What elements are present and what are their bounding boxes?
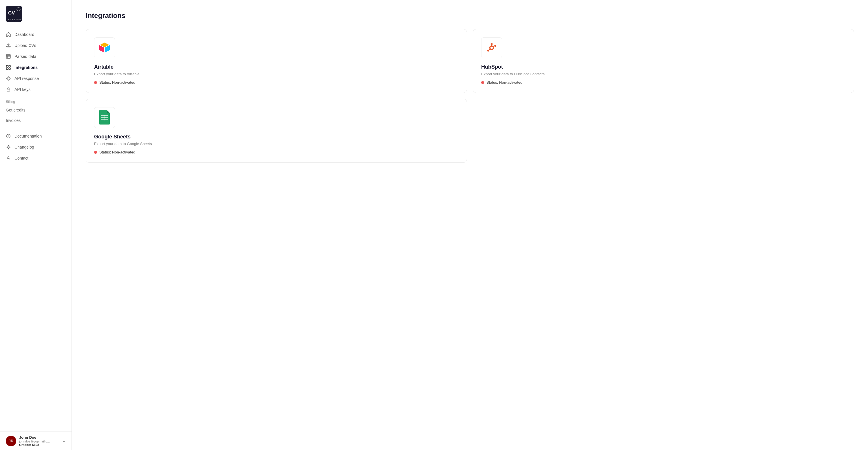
sparkle-icon <box>6 145 11 150</box>
svg-line-25 <box>488 49 490 51</box>
sidebar-item-get-credits[interactable]: Get credits <box>0 105 71 115</box>
sidebar-item-parsed-data[interactable]: Parsed data <box>0 51 71 62</box>
svg-rect-29 <box>104 115 105 120</box>
airtable-status: Status: Non-activated <box>94 80 459 85</box>
sidebar-item-integrations[interactable]: Integrations <box>0 62 71 73</box>
home-icon <box>6 32 11 37</box>
airtable-status-dot <box>94 81 97 84</box>
user-name: John Doe <box>19 435 59 440</box>
upload-icon <box>6 43 11 48</box>
lock-icon <box>6 87 11 92</box>
svg-point-13 <box>8 137 9 137</box>
hubspot-status-dot <box>481 81 484 84</box>
sheets-status: Status: Non-activated <box>94 150 459 154</box>
sidebar-item-api-response[interactable]: API response <box>0 73 71 84</box>
sidebar-item-dashboard[interactable]: Dashboard <box>0 29 71 40</box>
user-credits: Credits: 5198 <box>19 443 59 447</box>
svg-rect-4 <box>6 46 10 47</box>
sidebar: CV PARSING Dashboard Upload CVs Parsed d… <box>0 0 72 450</box>
main-content: Integrations Airtable Export your data t… <box>72 0 868 450</box>
sidebar-item-upload-cvs[interactable]: Upload CVs <box>0 40 71 51</box>
avatar: JD <box>6 436 16 446</box>
user-email: johndoe@yopmail.c... <box>19 440 59 443</box>
svg-rect-8 <box>6 68 8 69</box>
hubspot-name: HubSpot <box>481 64 846 70</box>
settings-icon <box>6 76 11 81</box>
svg-rect-6 <box>6 65 8 67</box>
sidebar-divider <box>0 128 71 128</box>
svg-text:CV: CV <box>8 10 15 16</box>
page-title: Integrations <box>86 11 854 20</box>
integrations-grid: Airtable Export your data to Airtable St… <box>86 29 854 163</box>
sidebar-item-api-keys[interactable]: API keys <box>0 84 71 95</box>
svg-point-14 <box>8 157 9 158</box>
integration-card-airtable[interactable]: Airtable Export your data to Airtable St… <box>86 29 467 93</box>
integration-card-hubspot[interactable]: HubSpot Export your data to HubSpot Cont… <box>473 29 854 93</box>
svg-rect-5 <box>6 55 10 59</box>
sidebar-item-invoices[interactable]: Invoices <box>0 115 71 126</box>
chevron-up-icon: ▲ <box>62 439 66 443</box>
table-icon <box>6 54 11 59</box>
sheets-status-dot <box>94 151 97 154</box>
sidebar-item-contact[interactable]: Contact <box>0 153 71 163</box>
question-icon <box>6 133 11 139</box>
airtable-logo <box>94 37 115 58</box>
person-icon <box>6 155 11 161</box>
billing-section-label: Billing <box>0 95 71 105</box>
svg-rect-9 <box>9 68 10 69</box>
airtable-desc: Export your data to Airtable <box>94 72 459 76</box>
sheets-desc: Export your data to Google Sheets <box>94 142 459 146</box>
sheets-name: Google Sheets <box>94 134 459 140</box>
hubspot-status: Status: Non-activated <box>481 80 846 85</box>
google-sheets-logo <box>94 107 115 128</box>
svg-point-19 <box>491 47 493 49</box>
integration-card-google-sheets[interactable]: Google Sheets Export your data to Google… <box>86 99 467 163</box>
airtable-name: Airtable <box>94 64 459 70</box>
svg-point-10 <box>8 78 9 79</box>
sidebar-item-documentation[interactable]: Documentation <box>0 130 71 142</box>
hubspot-logo <box>481 37 502 58</box>
user-info: John Doe johndoe@yopmail.c... Credits: 5… <box>19 435 59 447</box>
sidebar-item-changelog[interactable]: Changelog <box>0 142 71 153</box>
svg-rect-7 <box>9 65 10 67</box>
svg-text:PARSING: PARSING <box>8 19 21 21</box>
user-profile[interactable]: JD John Doe johndoe@yopmail.c... Credits… <box>0 431 71 450</box>
nav-section: Dashboard Upload CVs Parsed data Integra… <box>0 29 71 431</box>
svg-rect-21 <box>491 44 492 47</box>
logo-area: CV PARSING <box>0 0 71 29</box>
hubspot-desc: Export your data to HubSpot Contacts <box>481 72 846 76</box>
svg-rect-11 <box>7 89 10 91</box>
grid-icon <box>6 65 11 70</box>
app-logo: CV PARSING <box>6 6 22 22</box>
